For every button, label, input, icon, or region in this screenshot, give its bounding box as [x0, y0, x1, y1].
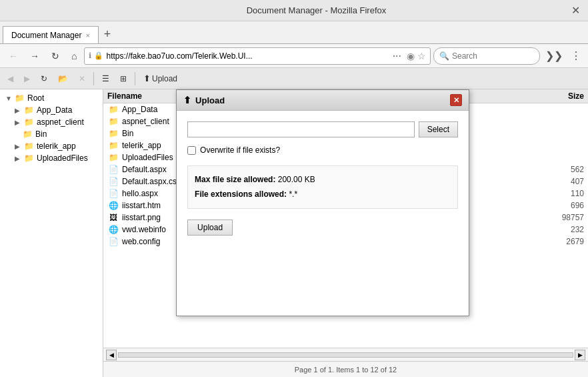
new-tab-button[interactable]: + [99, 25, 117, 43]
extensions-button[interactable]: ❯❯ [543, 49, 565, 62]
toolbar-separator-2 [135, 72, 135, 85]
forward-button[interactable]: → [25, 48, 44, 64]
pocket-icon[interactable]: ◉ [407, 51, 415, 61]
upload-icon: ⬆ [143, 73, 151, 83]
file-size: 696 [537, 201, 584, 210]
overwrite-row: Overwrite if file exists? [187, 145, 458, 155]
tree-item-uploaded[interactable]: ▶ 📁 UploadedFiles [3, 152, 100, 164]
overwrite-checkbox[interactable] [187, 146, 196, 155]
folder-icon-telerik: 📁 [24, 141, 34, 151]
refresh-toolbar-button[interactable]: ↻ [36, 71, 52, 86]
search-icon: 🔍 [439, 51, 449, 61]
tab-close-button[interactable]: × [85, 31, 89, 39]
window-close-button[interactable]: ✕ [571, 4, 580, 17]
info-icon: ℹ [89, 51, 91, 60]
toolbar: ◀ ▶ ↻ 📂 ✕ ☰ ⊞ ⬆ Upload [0, 68, 588, 89]
more-options-button[interactable]: ··· [390, 50, 404, 62]
pagination-text: Page 1 of 1. Items 1 to 12 of 12 [295, 366, 397, 374]
window-title: Document Manager - Mozilla Firefox [61, 5, 571, 15]
back-toolbar-button[interactable]: ◀ [3, 71, 18, 86]
file-icon: 📄 [107, 189, 119, 198]
right-panel: Filename Size 📁 App_Data 📁 aspnet_client… [103, 89, 588, 377]
address-bar: ℹ 🔒 ··· ◉ ☆ [84, 47, 431, 65]
scroll-track[interactable] [118, 352, 573, 358]
file-icon: 📄 [107, 165, 119, 174]
expand-icon-aspnet: ▶ [15, 119, 24, 126]
file-icon: 🌐 [107, 225, 119, 234]
file-size: 2679 [537, 237, 584, 246]
folder-icon: 📁 [107, 141, 119, 150]
menu-button[interactable]: ⋮ [568, 49, 584, 62]
file-icon: 📄 [107, 177, 119, 186]
dialog-title-left: ⬆ Upload [183, 95, 225, 105]
pagination: Page 1 of 1. Items 1 to 12 of 12 [103, 361, 588, 377]
file-size: 232 [537, 225, 584, 234]
folder-icon-uploaded: 📁 [24, 153, 34, 163]
upload-toolbar-button[interactable]: ⬆ Upload [139, 71, 182, 86]
folder-icon-aspnet: 📁 [24, 117, 34, 127]
folder-icon: 📁 [107, 105, 119, 114]
max-size-row: Max file size allowed: 200.00 KB [195, 173, 451, 187]
expand-icon-telerik: ▶ [15, 143, 24, 150]
extensions-value: *.* [289, 190, 297, 199]
extensions-label: File extensions allowed: [195, 190, 287, 199]
folder-icon: 📁 [107, 129, 119, 138]
upload-dialog: ⬆ Upload ✕ Select Overwrite if file exis… [176, 89, 469, 316]
scroll-right-button[interactable]: ▶ [575, 350, 585, 360]
root-folder-icon: 📁 [15, 93, 25, 103]
max-size-label: Max file size allowed: [195, 175, 275, 184]
url-input[interactable] [106, 51, 387, 61]
file-size: 562 [537, 165, 584, 174]
tree-item-telerik[interactable]: ▶ 📁 telerik_app [3, 140, 100, 152]
upload-file-input[interactable] [187, 121, 415, 137]
open-toolbar-button[interactable]: 📂 [53, 71, 73, 86]
toolbar-separator [93, 72, 94, 85]
folder-icon: 📁 [107, 117, 119, 126]
tree-item-label-aspnet: aspnet_client [37, 117, 84, 127]
file-icon: 📄 [107, 237, 119, 246]
tab-label: Document Manager [11, 31, 81, 40]
dialog-title-label: Upload [195, 95, 225, 105]
nav-bar: ← → ↻ ⌂ ℹ 🔒 ··· ◉ ☆ 🔍 ❯❯ ⋮ [0, 44, 588, 68]
tree-item-bin[interactable]: 📁 Bin [3, 128, 100, 140]
extensions-row: File extensions allowed: *.* [195, 187, 451, 202]
expand-icon-uploaded: ▶ [15, 155, 24, 162]
file-info-box: Max file size allowed: 200.00 KB File ex… [187, 165, 458, 209]
tree-item-label-uploaded: UploadedFiles [37, 153, 88, 163]
dialog-title-bar: ⬆ Upload ✕ [177, 90, 469, 111]
folder-icon-bin: 📁 [23, 129, 33, 139]
delete-toolbar-button[interactable]: ✕ [74, 71, 90, 86]
folder-icon: 📁 [107, 153, 119, 162]
tree-item-label-appdata: App_Data [37, 105, 72, 115]
forward-toolbar-button[interactable]: ▶ [19, 71, 35, 86]
upload-file-row: Select [187, 121, 458, 137]
list-view-button[interactable]: ☰ [97, 71, 114, 86]
tree-item-aspnet[interactable]: ▶ 📁 aspnet_client [3, 116, 100, 128]
file-list-scrollbar: ◀ ▶ [103, 348, 588, 361]
tree-root[interactable]: ▼ 📁 Root [3, 92, 100, 104]
bookmark-icon[interactable]: ☆ [417, 51, 426, 61]
file-size: 98757 [537, 213, 584, 222]
file-size: 407 [537, 177, 584, 186]
tree-item-label-telerik: telerik_app [37, 141, 76, 151]
file-size: 110 [537, 189, 584, 198]
file-icon: 🌐 [107, 201, 119, 210]
scroll-left-button[interactable]: ◀ [106, 350, 117, 360]
search-input[interactable] [452, 51, 519, 61]
overwrite-label: Overwrite if file exists? [200, 145, 280, 155]
tree-item-appdata[interactable]: ▶ 📁 App_Data [3, 104, 100, 116]
folder-icon-appdata: 📁 [24, 105, 34, 115]
upload-submit-button[interactable]: Upload [187, 220, 233, 236]
file-icon: 🖼 [107, 213, 119, 222]
left-panel: ▼ 📁 Root ▶ 📁 App_Data ▶ 📁 aspnet_client … [0, 89, 103, 377]
lock-icon: 🔒 [94, 51, 103, 60]
expand-icon: ▼ [5, 95, 15, 102]
refresh-button[interactable]: ↻ [47, 48, 64, 64]
dialog-close-button[interactable]: ✕ [450, 94, 462, 106]
active-tab[interactable]: Document Manager × [3, 26, 99, 43]
title-bar: Document Manager - Mozilla Firefox ✕ [0, 0, 588, 21]
select-file-button[interactable]: Select [419, 121, 458, 137]
back-button[interactable]: ← [4, 48, 23, 64]
grid-view-button[interactable]: ⊞ [115, 71, 131, 86]
home-button[interactable]: ⌂ [67, 48, 81, 64]
